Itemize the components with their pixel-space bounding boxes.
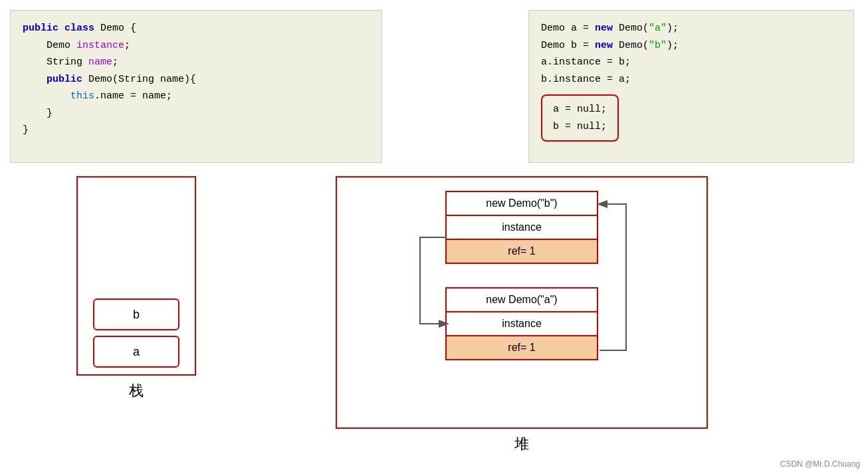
heap-obj-b-title: new Demo("b") bbox=[447, 192, 597, 216]
dot-name: .name = name; bbox=[94, 90, 172, 102]
str-b: "b" bbox=[649, 40, 667, 51]
kw-public2: public bbox=[47, 74, 88, 85]
type-string: String bbox=[47, 57, 88, 68]
stack-var-a: a bbox=[93, 336, 179, 368]
demo-a-decl: Demo a = bbox=[541, 23, 595, 34]
heap-obj-b-instance: instance bbox=[447, 216, 597, 240]
constructor-sig: Demo(String name){ bbox=[88, 74, 196, 85]
stack-var-b: b bbox=[93, 298, 179, 330]
field-name: name bbox=[88, 57, 112, 68]
heap-object-a: new Demo("a") instance ref= 1 bbox=[445, 287, 598, 360]
kw-class: class bbox=[64, 23, 100, 34]
code-line-5: this.name = name; bbox=[23, 88, 370, 105]
kw-new2: new bbox=[595, 40, 619, 51]
bottom-row: b a 栈 new Demo("b") instance ref= 1 new … bbox=[10, 176, 858, 464]
a-instance-assign: a.instance = b; bbox=[541, 57, 631, 68]
kw-new1: new bbox=[595, 23, 619, 34]
watermark: CSDN @Mr.D.Chuang bbox=[780, 459, 860, 469]
stack-frame: b a bbox=[76, 176, 196, 376]
code-line-6: } bbox=[23, 105, 370, 122]
b-to-a-arrow bbox=[420, 237, 447, 324]
rparen1: ); bbox=[667, 23, 679, 34]
semi1: ; bbox=[124, 40, 130, 51]
heap-obj-a-ref: ref= 1 bbox=[447, 336, 597, 359]
heap-label: 堆 bbox=[514, 434, 529, 454]
null-line-1: a = null; bbox=[553, 101, 607, 118]
code-line-1: public class Demo { bbox=[23, 20, 370, 37]
demo-a-new: Demo( bbox=[619, 23, 649, 34]
code-line-4: public Demo(String name){ bbox=[23, 71, 370, 88]
code-box-right: Demo a = new Demo("a"); Demo b = new Dem… bbox=[528, 10, 854, 163]
heap-obj-a-title: new Demo("a") bbox=[447, 289, 597, 312]
type-demo: Demo bbox=[47, 40, 76, 51]
kw-public: public bbox=[23, 23, 64, 34]
kw-this: this bbox=[70, 90, 94, 102]
field-instance: instance bbox=[76, 40, 124, 51]
null-line-2: b = null; bbox=[553, 118, 607, 136]
code-box-left: public class Demo { Demo instance; Strin… bbox=[10, 10, 382, 163]
a-to-b-arrow bbox=[599, 204, 626, 350]
code-line-2: Demo instance; bbox=[23, 37, 370, 55]
rcode-line-3: a.instance = b; bbox=[541, 54, 841, 71]
heap-object-b: new Demo("b") instance ref= 1 bbox=[445, 191, 598, 264]
heap-frame: new Demo("b") instance ref= 1 new Demo("… bbox=[336, 176, 708, 429]
rparen2: ); bbox=[667, 40, 679, 51]
null-box: a = null; b = null; bbox=[541, 94, 619, 142]
str-a: "a" bbox=[649, 23, 667, 34]
demo-b-decl: Demo b = bbox=[541, 40, 595, 51]
rcode-line-4: b.instance = a; bbox=[541, 71, 841, 88]
code-line-3: String name; bbox=[23, 54, 370, 71]
heap-obj-b-ref: ref= 1 bbox=[447, 240, 597, 263]
top-row: public class Demo { Demo instance; Strin… bbox=[10, 10, 858, 163]
heap-area-wrapper: new Demo("b") instance ref= 1 new Demo("… bbox=[289, 176, 754, 454]
demo-b-new: Demo( bbox=[619, 40, 649, 51]
b-instance-assign: b.instance = a; bbox=[541, 74, 631, 85]
rcode-line-1: Demo a = new Demo("a"); bbox=[541, 20, 841, 37]
stack-label: 栈 bbox=[129, 381, 144, 401]
heap-obj-a-instance: instance bbox=[447, 312, 597, 336]
rcode-line-2: Demo b = new Demo("b"); bbox=[541, 37, 841, 55]
main-container: public class Demo { Demo instance; Strin… bbox=[0, 0, 868, 474]
stack-area: b a 栈 bbox=[10, 176, 263, 401]
class-name: Demo { bbox=[100, 23, 136, 34]
code-line-7: } bbox=[23, 122, 370, 139]
semi2: ; bbox=[112, 57, 118, 68]
